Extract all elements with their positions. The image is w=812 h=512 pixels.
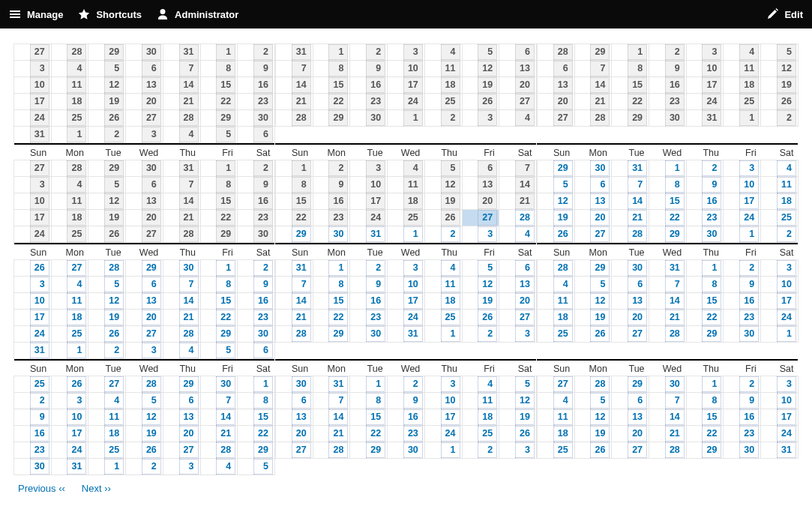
day-number[interactable]: 1 — [441, 326, 460, 342]
calendar-day-cell[interactable]: 29 — [275, 226, 313, 243]
day-number[interactable]: 2 — [739, 376, 759, 392]
day-number[interactable]: 6 — [590, 177, 610, 193]
calendar-day-cell[interactable]: 20 — [126, 310, 163, 326]
day-number[interactable]: 28 — [179, 326, 199, 342]
calendar-day-cell[interactable]: 24 — [761, 426, 799, 442]
calendar-day-cell[interactable]: 28 — [649, 326, 687, 343]
calendar-day-cell[interactable]: 28 — [649, 442, 687, 459]
calendar-day-cell[interactable]: 22 — [686, 310, 724, 326]
calendar-day-cell[interactable]: 12 — [126, 409, 163, 426]
calendar-day-cell[interactable]: 28 — [163, 326, 200, 343]
day-number[interactable]: 16 — [739, 409, 759, 425]
day-number[interactable]: 30 — [366, 326, 385, 342]
calendar-day-cell[interactable]: 30 — [350, 326, 388, 343]
day-number[interactable]: 31 — [30, 343, 49, 358]
day-number[interactable]: 2 — [253, 260, 273, 276]
calendar-day-cell[interactable]: 3 — [14, 277, 52, 293]
calendar-day-cell[interactable]: 29 — [163, 376, 200, 393]
calendar-day-cell[interactable]: 15 — [350, 409, 388, 426]
day-number[interactable]: 18 — [104, 426, 124, 442]
calendar-day-cell[interactable]: 17 — [424, 409, 462, 426]
shortcuts-menu[interactable]: Shortcuts — [78, 8, 142, 20]
day-number[interactable]: 26 — [142, 442, 161, 458]
calendar-day-cell[interactable]: 29 — [612, 376, 649, 393]
calendar-day-cell[interactable]: 15 — [686, 409, 724, 426]
day-number[interactable]: 13 — [292, 409, 311, 425]
day-number[interactable]: 29 — [328, 326, 348, 342]
calendar-day-cell[interactable]: 19 — [499, 409, 537, 426]
day-number[interactable]: 10 — [739, 177, 759, 193]
day-number[interactable]: 4 — [553, 277, 573, 292]
day-number[interactable]: 15 — [328, 293, 348, 309]
calendar-day-cell[interactable]: 13 — [499, 277, 537, 293]
day-number[interactable]: 27 — [292, 442, 311, 458]
calendar-day-cell[interactable]: 1 — [686, 260, 724, 277]
day-number[interactable]: 3 — [739, 160, 759, 176]
day-number[interactable]: 13 — [628, 293, 647, 309]
calendar-day-cell[interactable]: 12 — [537, 193, 574, 210]
day-number[interactable]: 27 — [515, 310, 535, 325]
calendar-day-cell[interactable]: 7 — [649, 277, 687, 293]
calendar-day-cell[interactable]: 29 — [126, 260, 163, 277]
day-number[interactable]: 23 — [30, 442, 49, 458]
day-number[interactable]: 30 — [628, 260, 647, 276]
calendar-day-cell[interactable]: 19 — [462, 293, 499, 310]
calendar-day-cell[interactable]: 29 — [200, 326, 238, 343]
day-number[interactable]: 27 — [67, 260, 86, 276]
day-number[interactable]: 2 — [478, 326, 497, 342]
calendar-day-cell[interactable]: 9 — [350, 277, 388, 293]
day-number[interactable]: 21 — [216, 426, 235, 442]
day-number[interactable]: 12 — [515, 393, 535, 409]
calendar-day-cell[interactable]: 29 — [537, 160, 574, 177]
calendar-day-cell[interactable]: 17 — [14, 310, 52, 326]
day-number[interactable]: 10 — [441, 393, 460, 409]
day-number[interactable]: 3 — [777, 376, 796, 392]
day-number[interactable]: 4 — [179, 343, 199, 358]
calendar-day-cell[interactable]: 2 — [388, 376, 425, 393]
day-number[interactable]: 28 — [590, 376, 610, 392]
day-number[interactable]: 9 — [403, 393, 423, 409]
day-number[interactable]: 5 — [590, 393, 610, 409]
day-number[interactable]: 20 — [628, 426, 647, 442]
day-number[interactable]: 3 — [515, 442, 535, 458]
day-number[interactable]: 31 — [665, 260, 685, 276]
day-number[interactable]: 3 — [179, 459, 199, 475]
calendar-day-cell[interactable]: 16 — [686, 193, 724, 210]
calendar-day-cell[interactable]: 31 — [350, 226, 388, 243]
day-number[interactable]: 5 — [478, 260, 497, 276]
day-number[interactable]: 7 — [328, 393, 348, 409]
calendar-day-cell[interactable]: 14 — [275, 293, 313, 310]
day-number[interactable]: 6 — [292, 393, 311, 409]
calendar-day-cell[interactable]: 27 — [275, 442, 313, 459]
day-number[interactable]: 27 — [104, 376, 124, 392]
calendar-day-cell[interactable]: 1 — [424, 442, 462, 459]
calendar-day-cell[interactable]: 7 — [649, 393, 687, 409]
day-number[interactable]: 25 — [30, 376, 49, 392]
day-number[interactable]: 5 — [216, 343, 235, 358]
day-number[interactable]: 11 — [441, 277, 460, 292]
calendar-day-cell[interactable]: 23 — [686, 210, 724, 226]
calendar-day-cell[interactable]: 24 — [761, 310, 799, 326]
calendar-day-cell[interactable]: 5 — [462, 260, 499, 277]
day-number[interactable]: 19 — [142, 426, 161, 442]
calendar-day-cell[interactable]: 21 — [200, 426, 238, 442]
day-number[interactable]: 1 — [403, 226, 423, 242]
day-number[interactable]: 28 — [104, 260, 124, 276]
day-number[interactable]: 31 — [292, 260, 311, 276]
calendar-day-cell[interactable]: 6 — [574, 177, 612, 193]
day-number[interactable]: 25 — [441, 310, 460, 325]
calendar-day-cell[interactable]: 8 — [686, 277, 724, 293]
day-number[interactable]: 3 — [403, 260, 423, 276]
day-number[interactable]: 17 — [403, 293, 423, 309]
calendar-day-cell[interactable]: 26 — [51, 376, 88, 393]
day-number[interactable]: 7 — [665, 393, 685, 409]
calendar-day-cell[interactable]: 1 — [388, 226, 425, 243]
day-number[interactable]: 8 — [328, 277, 348, 292]
day-number[interactable]: 22 — [328, 310, 348, 325]
day-number[interactable]: 25 — [104, 442, 124, 458]
day-number[interactable]: 20 — [590, 210, 610, 226]
calendar-day-cell[interactable]: 18 — [88, 426, 126, 442]
calendar-day-cell[interactable]: 29 — [313, 326, 350, 343]
day-number[interactable]: 6 — [179, 393, 199, 409]
day-number[interactable]: 10 — [67, 409, 86, 425]
